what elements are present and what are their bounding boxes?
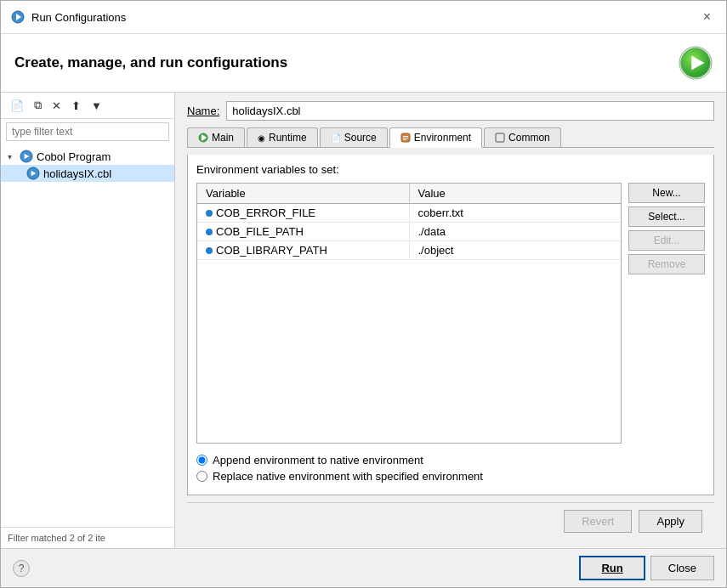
tab-common-label: Common — [508, 132, 550, 144]
var-name-1: COB_FILE_PATH — [216, 225, 304, 238]
move-btn[interactable]: ⬆ — [67, 97, 85, 115]
new-config-btn[interactable]: 📄 — [6, 97, 28, 115]
cobol-group-icon — [20, 150, 33, 163]
val-cell-1: ./data — [410, 223, 622, 240]
val-cell-0: coberr.txt — [410, 204, 622, 222]
env-variables-table: Variable Value COB_ERROR_FILE coberr.txt — [196, 183, 622, 444]
col-value-header: Value — [410, 184, 622, 203]
edit-variable-btn[interactable]: Edit... — [628, 230, 705, 251]
sidebar-footer: Filter matched 2 of 2 ite — [1, 527, 174, 548]
bottom-right-buttons: Revert Apply — [564, 510, 702, 533]
run-icon — [679, 46, 713, 80]
table-row[interactable]: COB_FILE_PATH ./data — [197, 223, 621, 241]
radio-append[interactable] — [196, 455, 207, 466]
dropdown-btn[interactable]: ▼ — [87, 97, 106, 115]
new-variable-btn[interactable]: New... — [628, 183, 705, 203]
close-dialog-button[interactable]: Close — [650, 556, 714, 580]
delete-config-btn[interactable]: ✕ — [48, 97, 65, 115]
run-configurations-dialog: Run Configurations × Create, manage, and… — [0, 0, 727, 588]
table-header: Variable Value — [197, 184, 621, 204]
dialog-title: Run Configurations — [31, 11, 126, 24]
env-section-label: Environment variables to set: — [196, 163, 705, 176]
var-name-2: COB_LIBRARY_PATH — [216, 244, 327, 257]
cobol-group-label: Cobol Program — [37, 150, 111, 163]
var-value-1: ./data — [418, 225, 446, 238]
tree-item-holidays[interactable]: holidaysIX.cbl — [1, 165, 174, 182]
header-area: Create, manage, and run configurations — [1, 34, 726, 93]
row-bullet-1 — [206, 229, 213, 235]
radio-group: Append environment to native environment… — [196, 450, 705, 486]
main-area: 📄 ⧉ ✕ ⬆ ▼ ▾ Cobol Program — [1, 93, 726, 548]
remove-variable-btn[interactable]: Remove — [628, 254, 705, 274]
var-value-2: ./object — [418, 244, 454, 257]
name-label: Name: — [187, 105, 219, 117]
help-button[interactable]: ? — [13, 560, 30, 577]
content-area: Name: Main ◉ Runtime 📄 So — [175, 93, 726, 548]
name-input[interactable] — [226, 101, 714, 121]
val-cell-2: ./object — [410, 241, 622, 259]
revert-btn[interactable]: Revert — [564, 510, 632, 533]
table-row[interactable]: COB_LIBRARY_PATH ./object — [197, 241, 621, 260]
tree-expand-icon: ▾ — [8, 152, 16, 161]
var-name-0: COB_ERROR_FILE — [216, 206, 315, 219]
radio-replace-label[interactable]: Replace native environment with specifie… — [196, 470, 705, 483]
name-row: Name: — [187, 101, 714, 121]
sidebar: 📄 ⧉ ✕ ⬆ ▼ ▾ Cobol Program — [1, 93, 175, 548]
bottom-actions: Revert Apply — [187, 502, 714, 540]
env-action-buttons: New... Select... Edit... Remove — [628, 183, 705, 444]
tab-env-icon — [400, 133, 411, 143]
tab-main-label: Main — [212, 132, 234, 144]
tabs: Main ◉ Runtime 📄 Source — [187, 127, 714, 148]
var-cell-2: COB_LIBRARY_PATH — [197, 241, 410, 259]
table-row[interactable]: COB_ERROR_FILE coberr.txt — [197, 204, 621, 223]
tab-common[interactable]: Common — [484, 127, 561, 147]
radio-append-label[interactable]: Append environment to native environment — [196, 454, 705, 466]
tab-runtime[interactable]: ◉ Runtime — [247, 127, 318, 147]
row-bullet-2 — [206, 247, 213, 254]
copy-config-btn[interactable]: ⧉ — [30, 96, 46, 115]
tab-runtime-label: Runtime — [269, 132, 307, 144]
var-value-0: coberr.txt — [418, 206, 463, 219]
holidays-item-icon — [26, 167, 40, 180]
tab-environment-label: Environment — [414, 132, 471, 144]
window-close-button[interactable]: × — [698, 8, 716, 26]
tab-environment[interactable]: Environment — [389, 127, 482, 148]
title-bar-left: Run Configurations — [11, 10, 126, 24]
col-variable-header: Variable — [197, 184, 410, 203]
tree-area: ▾ Cobol Program holidaysIX.cbl — [1, 144, 174, 527]
filter-input[interactable] — [6, 122, 169, 141]
tab-main[interactable]: Main — [187, 127, 245, 147]
header-title: Create, manage, and run configurations — [14, 54, 287, 71]
tab-source-label: Source — [344, 132, 377, 144]
row-bullet-0 — [206, 210, 213, 217]
tab-main-icon — [198, 133, 208, 143]
apply-btn[interactable]: Apply — [639, 510, 702, 533]
holidays-item-label: holidaysIX.cbl — [43, 167, 111, 180]
tab-common-icon — [495, 133, 505, 143]
tab-runtime-icon: ◉ — [258, 133, 265, 143]
tree-group-cobol[interactable]: ▾ Cobol Program — [1, 148, 174, 165]
sidebar-toolbar: 📄 ⧉ ✕ ⬆ ▼ — [1, 93, 174, 119]
environment-tab-content: Environment variables to set: Variable V… — [187, 155, 714, 495]
select-variable-btn[interactable]: Select... — [628, 206, 705, 227]
env-table-area: Variable Value COB_ERROR_FILE coberr.txt — [196, 183, 705, 444]
tab-source-icon: 📄 — [331, 133, 341, 143]
radio-append-text: Append environment to native environment — [213, 454, 423, 466]
radio-replace[interactable] — [196, 471, 207, 482]
radio-replace-text: Replace native environment with specifie… — [213, 470, 483, 483]
svg-rect-12 — [403, 136, 408, 137]
run-button[interactable]: Run — [579, 556, 645, 580]
svg-rect-14 — [403, 139, 406, 140]
svg-rect-13 — [403, 138, 408, 139]
dialog-icon — [11, 10, 25, 24]
title-bar: Run Configurations × — [1, 1, 726, 34]
footer-bar: ? Run Close — [1, 548, 726, 587]
var-cell-1: COB_FILE_PATH — [197, 223, 410, 240]
var-cell-0: COB_ERROR_FILE — [197, 204, 410, 222]
tab-source[interactable]: 📄 Source — [320, 127, 388, 147]
footer-right-buttons: Run Close — [579, 556, 714, 580]
svg-rect-15 — [496, 133, 504, 142]
